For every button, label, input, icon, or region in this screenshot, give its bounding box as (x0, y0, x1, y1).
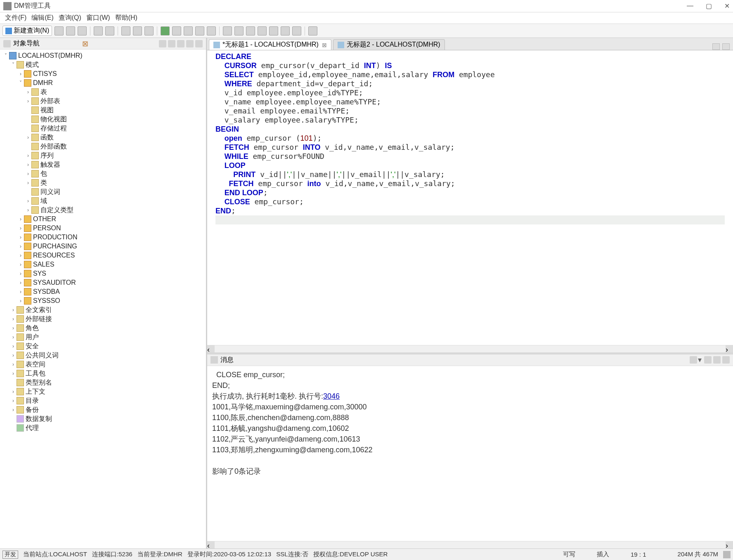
h-scrollbar[interactable]: ‹› (207, 345, 733, 352)
bug-icon[interactable] (308, 26, 317, 35)
close-icon[interactable]: ⊠ (322, 42, 327, 48)
tree-schema-sys[interactable]: ›SYS (0, 269, 206, 278)
toolbar-icon-12[interactable] (223, 26, 232, 35)
toolbar-icon-9[interactable] (184, 26, 193, 35)
toolbar-icon-10[interactable] (195, 26, 204, 35)
maximize-icon[interactable] (722, 43, 730, 50)
exec-id-link[interactable]: 3046 (323, 392, 340, 400)
trash-icon[interactable] (723, 551, 731, 558)
grid-icon[interactable] (690, 356, 697, 364)
h-scrollbar[interactable]: ‹› (207, 541, 733, 548)
tree-schema-production[interactable]: ›PRODUCTION (0, 233, 206, 242)
tree-item[interactable]: ›角色 (0, 324, 206, 333)
expand-icon[interactable] (713, 356, 721, 364)
tree-schema-resources[interactable]: ›RESOURCES (0, 251, 206, 260)
tree-schema-folder[interactable]: ˅模式 (0, 60, 206, 69)
tree-schema-person[interactable]: ›PERSON (0, 224, 206, 233)
output-panel: 消息 ▾ CLOSE emp_cursor; END; 执行成功, 执行耗时1毫… (207, 354, 733, 548)
tree-schema-sales[interactable]: ›SALES (0, 260, 206, 269)
collapse-icon[interactable] (177, 40, 184, 47)
output-body[interactable]: CLOSE emp_cursor; END; 执行成功, 执行耗时1毫秒. 执行… (207, 366, 733, 541)
toolbar-icon-2[interactable] (66, 26, 75, 35)
close-button[interactable]: ✕ (724, 2, 730, 10)
toolbar-icon-8[interactable] (172, 26, 181, 35)
menu-file[interactable]: 文件(F) (3, 13, 28, 23)
run-icon[interactable] (161, 26, 170, 35)
folder-icon (31, 116, 39, 123)
toolbar-icon-6[interactable] (133, 26, 142, 35)
tree-item[interactable]: 外部函数 (0, 142, 206, 151)
sql-editor[interactable]: DECLARE CURSOR emp_cursor(v_depart_id IN… (207, 50, 733, 345)
tree-schema-dmhr[interactable]: ˅DMHR (0, 78, 206, 87)
tree-item[interactable]: 类型别名 (0, 378, 206, 387)
tree-schema-sysdba[interactable]: ›SYSDBA (0, 287, 206, 296)
tree-item[interactable]: ›工具包 (0, 369, 206, 378)
tree-item[interactable]: 同义词 (0, 187, 206, 196)
folder-icon (31, 134, 39, 141)
save-icon[interactable] (186, 40, 194, 47)
tree-schema-purchasing[interactable]: ›PURCHASING (0, 242, 206, 251)
new-query-button[interactable]: 新建查询(N) (2, 26, 52, 36)
tree-item[interactable]: 代理 (0, 423, 206, 432)
toolbar-icon-7[interactable] (144, 26, 154, 35)
toolbar-icon-5[interactable] (121, 26, 130, 35)
tree-item[interactable]: ›触发器 (0, 160, 206, 169)
link-icon[interactable] (168, 40, 175, 47)
undo-icon[interactable] (94, 26, 103, 35)
tree-item[interactable]: ›序列 (0, 151, 206, 160)
tree-schema-other[interactable]: ›OTHER (0, 215, 206, 224)
redo-icon[interactable] (105, 26, 114, 35)
tree-schema-ctisys[interactable]: ›CTISYS (0, 69, 206, 78)
menu-help[interactable]: 帮助(H) (113, 13, 139, 23)
tree-item[interactable]: ›目录 (0, 396, 206, 405)
tree-item[interactable]: 数据复制 (0, 414, 206, 423)
tree-item[interactable]: 视图 (0, 106, 206, 115)
tree-item[interactable]: ›域 (0, 196, 206, 206)
tree-item[interactable]: ›安全 (0, 342, 206, 351)
tab-1[interactable]: *无标题1 - LOCALHOST(DMHR)⊠ (209, 39, 331, 50)
ssl-label: SSL连接:否 (276, 551, 308, 558)
tree-schema-sysauditor[interactable]: ›SYSAUDITOR (0, 278, 206, 287)
menu-edit[interactable]: 编辑(E) (30, 13, 55, 23)
pin-icon[interactable] (704, 356, 712, 364)
save-icon[interactable] (78, 26, 87, 35)
tree-item[interactable]: ›备份 (0, 405, 206, 414)
tree-item[interactable]: ›表 (0, 87, 206, 97)
minimize-button[interactable]: — (687, 2, 693, 10)
close-panel-icon[interactable] (722, 356, 730, 364)
toolbar-icon-17[interactable] (281, 26, 290, 35)
tab-2[interactable]: 无标题2 - LOCALHOST(DMHR) (333, 39, 445, 50)
new-query-icon (5, 28, 12, 34)
tree-root[interactable]: ˅LOCALHOST(DMHR) (0, 51, 206, 60)
toolbar-icon-1[interactable] (54, 26, 64, 35)
toolbar-icon-11[interactable] (207, 26, 216, 35)
menu-window[interactable]: 窗口(W) (85, 13, 112, 23)
toolbar-icon-15[interactable] (258, 26, 267, 35)
tree-item[interactable]: 存储过程 (0, 124, 206, 133)
menu-icon[interactable] (195, 40, 203, 47)
window-title: DM管理工具 (14, 2, 687, 10)
toolbar-icon-13[interactable] (234, 26, 244, 35)
menu-query[interactable]: 查询(Q) (57, 13, 83, 23)
tree-item[interactable]: ›函数 (0, 133, 206, 142)
tree-item[interactable]: ›用户 (0, 333, 206, 342)
toolbar-icon-16[interactable] (269, 26, 278, 35)
tree-item[interactable]: ›外部链接 (0, 314, 206, 324)
tree-item[interactable]: ›上下文 (0, 387, 206, 396)
tree-item[interactable]: ›表空间 (0, 360, 206, 369)
minimize-icon[interactable] (712, 43, 720, 50)
login-label: 当前登录:DMHR (137, 551, 182, 558)
tree-schema-syssso[interactable]: ›SYSSSO (0, 296, 206, 305)
tree-item[interactable]: 物化视图 (0, 115, 206, 124)
tree-item[interactable]: ›全文索引 (0, 305, 206, 314)
object-tree[interactable]: ˅LOCALHOST(DMHR) ˅模式 ›CTISYS ˅DMHR ›表 ›外… (0, 50, 206, 548)
refresh-icon[interactable] (159, 40, 166, 47)
tree-item[interactable]: ›类 (0, 178, 206, 187)
tree-item[interactable]: ›外部表 (0, 97, 206, 106)
toolbar-icon-18[interactable] (292, 26, 301, 35)
toolbar-icon-14[interactable] (246, 26, 255, 35)
tree-item[interactable]: ›包 (0, 169, 206, 178)
tree-item[interactable]: ›公共同义词 (0, 351, 206, 360)
maximize-button[interactable]: ▢ (706, 2, 712, 10)
tree-item[interactable]: ›自定义类型 (0, 206, 206, 215)
